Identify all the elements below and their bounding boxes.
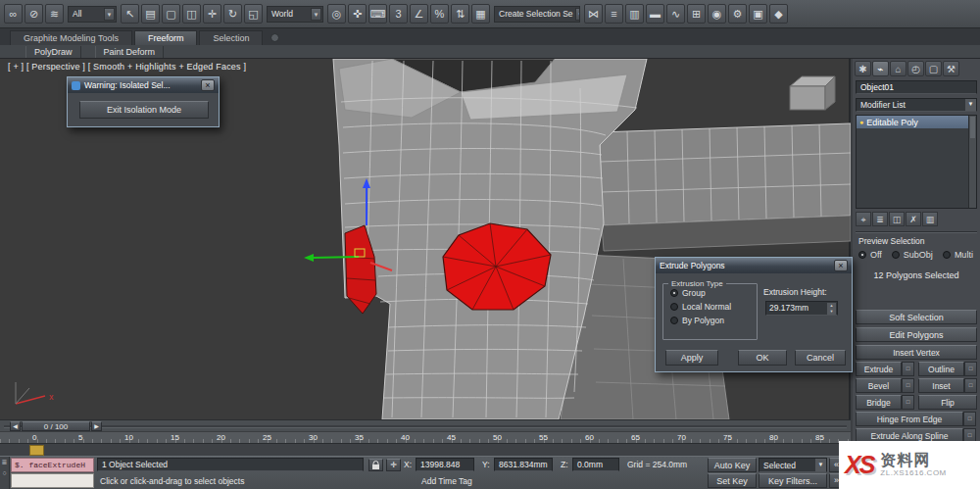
angle-snap-icon[interactable]: ∠ [410, 4, 428, 24]
selection-lock-icon[interactable] [368, 459, 383, 471]
chevron-down-icon[interactable]: ▼ [575, 8, 580, 21]
select-and-rotate-icon[interactable]: ↻ [223, 4, 242, 24]
unlink-selection-icon[interactable]: ⊘ [24, 4, 43, 24]
add-time-tag[interactable]: Add Time Tag [421, 476, 472, 486]
outline-settings-icon[interactable]: □ [964, 362, 977, 376]
tab-selection[interactable]: Selection [199, 30, 263, 45]
modify-tab[interactable]: ⌁ [872, 61, 889, 76]
ribbon-options-icon[interactable] [270, 33, 279, 42]
material-editor-icon[interactable]: ◉ [708, 4, 726, 24]
soft-selection-rollout[interactable]: Soft Selection [856, 310, 977, 324]
use-pivot-center-icon[interactable]: ◎ [327, 4, 346, 24]
stack-scrollbar[interactable] [968, 116, 976, 208]
preview-off-radio[interactable]: Off [858, 250, 882, 260]
macro-recorder-line[interactable]: $. faceExtrudeH [11, 458, 94, 472]
chevron-down-icon[interactable]: ▼ [815, 459, 826, 471]
key-filters-button[interactable]: Key Filters... [759, 473, 827, 488]
reference-coordinate-dropdown[interactable]: World▼ [267, 6, 323, 23]
preview-subobj-radio[interactable]: SubObj [892, 250, 933, 260]
edit-named-sets-icon[interactable]: ▦ [471, 4, 490, 24]
hinge-settings-icon[interactable]: □ [963, 412, 976, 426]
chevron-down-icon[interactable]: ▼ [311, 8, 321, 21]
render-setup-icon[interactable]: ⚙ [728, 4, 747, 24]
inset-settings-icon[interactable]: □ [964, 378, 977, 393]
modifier-stack[interactable]: ● Editable Poly [856, 115, 977, 209]
object-name-field[interactable]: Object01 [856, 80, 977, 94]
maxscript-listener-line[interactable] [11, 473, 94, 488]
render-production-icon[interactable]: ◆ [769, 4, 788, 24]
tab-graphite-modeling-tools[interactable]: Graphite Modeling Tools [10, 30, 132, 45]
set-key-button[interactable]: Set Key [708, 473, 757, 488]
close-icon[interactable]: × [201, 79, 215, 91]
radio-by-polygon[interactable]: By Polygon [670, 316, 757, 325]
bevel-button[interactable]: Bevel [856, 378, 902, 393]
scrollbar-thumb[interactable] [970, 117, 975, 138]
height-spinner[interactable]: ▲▼ [827, 303, 836, 315]
select-and-link-icon[interactable]: ∞ [4, 4, 23, 24]
radio-local-normal[interactable]: Local Normal [670, 302, 757, 312]
radio-group[interactable]: Group [670, 288, 757, 298]
key-selection-dropdown[interactable]: Selected ▼ [759, 458, 827, 472]
inset-button[interactable]: Inset [918, 378, 964, 393]
snaps-toggle-icon[interactable]: 3 [389, 4, 408, 24]
pin-stack-icon[interactable]: ⌖ [856, 212, 871, 226]
layer-manager-icon[interactable]: ▥ [625, 4, 644, 24]
align-icon[interactable]: ≡ [605, 4, 623, 24]
apply-button[interactable]: Apply [665, 350, 718, 366]
select-object-icon[interactable]: ↖ [121, 4, 139, 24]
next-frame-icon[interactable]: ▶ [91, 421, 102, 431]
show-end-result-icon[interactable]: ≣ [872, 212, 888, 226]
auto-key-button[interactable]: Auto Key [708, 458, 757, 472]
subtab-polydraw[interactable]: PolyDraw [25, 46, 81, 58]
graphite-toggle-icon[interactable]: ▬ [646, 4, 664, 24]
stack-item-editable-poly[interactable]: ● Editable Poly [857, 116, 976, 128]
macro-recorder-icon[interactable]: ○ [2, 469, 6, 476]
time-slider[interactable]: ◀ 0 / 100 ▶ [0, 419, 851, 431]
select-and-manipulate-icon[interactable]: ✜ [348, 4, 367, 24]
hierarchy-tab[interactable]: ⌂ [890, 61, 906, 76]
close-icon[interactable]: × [834, 260, 848, 271]
rendered-frame-icon[interactable]: ▣ [749, 4, 767, 24]
time-slider-handle[interactable]: 0 / 100 [22, 421, 90, 431]
bevel-settings-icon[interactable]: □ [902, 378, 914, 393]
configure-modifier-sets-icon[interactable]: ▥ [922, 212, 938, 226]
maxscript-listener-icon[interactable]: ≣ [2, 459, 8, 466]
bridge-button[interactable]: Bridge [856, 395, 902, 410]
chevron-down-icon[interactable]: ▼ [104, 8, 115, 21]
warning-dialog-titlebar[interactable]: Warning: Isolated Sel... × [68, 77, 219, 93]
z-coordinate-field[interactable]: 0.0mm [572, 458, 619, 471]
keyboard-override-icon[interactable]: ⌨ [368, 4, 387, 24]
select-and-move-icon[interactable]: ✛ [203, 4, 221, 24]
insert-vertex-button[interactable]: Insert Vertex [856, 345, 977, 360]
extrusion-height-input[interactable]: 29.173mm ▲▼ [765, 301, 838, 316]
rectangular-region-icon[interactable]: ▢ [162, 4, 180, 24]
extrude-settings-icon[interactable]: □ [902, 362, 914, 376]
flip-button[interactable]: Flip [918, 395, 977, 410]
box-object[interactable] [790, 76, 835, 110]
ok-button[interactable]: OK [738, 350, 787, 366]
exit-isolation-mode-button[interactable]: Exit Isolation Mode [79, 101, 209, 119]
modifier-list-dropdown[interactable]: Modifier List ▼ [856, 98, 977, 112]
y-coordinate-field[interactable]: 8631.834mm [494, 458, 553, 471]
spinner-snap-icon[interactable]: ⇅ [451, 4, 469, 24]
bind-to-space-warp-icon[interactable]: ≋ [45, 4, 64, 24]
outline-button[interactable]: Outline [918, 362, 964, 376]
x-coordinate-field[interactable]: 13998.848 [416, 458, 474, 471]
subtab-paint-deform[interactable]: Paint Deform [95, 46, 165, 58]
preview-multi-radio[interactable]: Multi [943, 250, 973, 260]
previous-frame-icon[interactable]: ◀ [10, 421, 21, 431]
extrude-button[interactable]: Extrude [856, 362, 902, 376]
create-tab[interactable]: ✱ [855, 61, 871, 76]
extrude-dialog-titlebar[interactable]: Extrude Polygons × [656, 258, 852, 273]
selection-filter-dropdown[interactable]: All▼ [68, 6, 117, 23]
display-tab[interactable]: ▢ [925, 61, 942, 76]
mirror-icon[interactable]: ⋈ [584, 4, 603, 24]
remove-modifier-icon[interactable]: ✗ [906, 212, 921, 226]
hinge-from-edge-button[interactable]: Hinge From Edge [856, 412, 963, 426]
viewport-label[interactable]: [ + ] [ Perspective ] [ Smooth + Highlig… [8, 62, 246, 72]
bridge-settings-icon[interactable]: □ [902, 395, 914, 410]
percent-snap-icon[interactable]: % [430, 4, 449, 24]
select-by-name-icon[interactable]: ▤ [141, 4, 160, 24]
cancel-button[interactable]: Cancel [795, 350, 846, 366]
named-selection-sets-dropdown[interactable]: Create Selection Se▼ [494, 6, 580, 23]
